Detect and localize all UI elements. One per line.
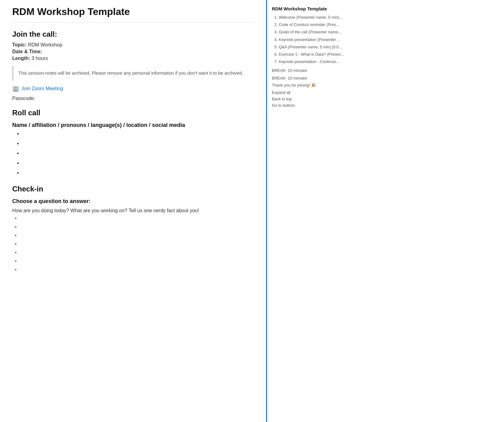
toc-item-6[interactable]: 6. Exercise 1 - What is Data? (Presen...: [274, 51, 347, 57]
toc-item-7[interactable]: 7. Keynote presentation - Continue...: [274, 59, 347, 65]
join-heading: Join the call:: [12, 30, 254, 39]
toc-text: Keynote presentation - Continue...: [279, 59, 339, 64]
go-to-bottom-link[interactable]: Go to bottom: [272, 103, 347, 108]
toc-text: Exercise 1 - What is Data? (Presen...: [279, 52, 344, 57]
checkin-item[interactable]: [15, 251, 254, 258]
passcode-label: Passcode:: [12, 96, 35, 101]
toc-break-1: BREAK- 10 minutes: [272, 68, 347, 73]
join-info: Topic: RDM Workshop Date & Time: Length:…: [12, 42, 254, 61]
length-line: Length: 3 hours: [12, 56, 254, 61]
toc-text: Keynote presentation (Presenter ...: [279, 37, 340, 42]
checkin-heading: Check-in: [12, 185, 254, 193]
toc-item-2[interactable]: 2. Code of Conduct reminder (Pres...: [274, 22, 347, 28]
toc-item-4[interactable]: 4. Keynote presentation (Presenter ...: [274, 37, 347, 43]
topic-value: RDM Workshop: [28, 42, 62, 47]
zoom-icon: 🏢: [12, 85, 19, 92]
toc-item-1[interactable]: 1. Welcome (Presenter name, 5 min)...: [274, 14, 347, 20]
checkin-item[interactable]: [15, 260, 254, 266]
list-item[interactable]: [22, 150, 254, 158]
length-label: Length:: [12, 56, 30, 61]
archive-text: This session-notes will be archived. Ple…: [18, 70, 243, 76]
checkin-list: [15, 217, 254, 275]
length-value: 3 hours: [31, 56, 48, 61]
checkin-question: How are you doing today? What are you wo…: [12, 207, 254, 214]
archive-notice: This session-notes will be archived. Ple…: [12, 66, 254, 80]
date-label: Date & Time:: [12, 49, 42, 54]
topic-label: Topic:: [12, 42, 27, 47]
toc-num: 2.: [274, 22, 279, 27]
toc-title: RDM Workshop Template: [272, 6, 347, 11]
toc-text: Goals of the call (Presenter name...: [279, 30, 341, 34]
checkin-item[interactable]: [15, 268, 254, 275]
toc-num: 3.: [274, 30, 279, 34]
roll-call-heading: Roll call: [12, 109, 254, 117]
toc-text: Q&A (Presenter name, 5 min) [0:0...: [279, 45, 342, 49]
roll-call-list: [22, 131, 254, 177]
toc-text: Welcome (Presenter name, 5 min)...: [279, 15, 343, 20]
sidebar-toc: RDM Workshop Template 1. Welcome (Presen…: [266, 0, 352, 422]
list-item[interactable]: [22, 160, 254, 168]
toc-breaks: BREAK- 10 minutes BREAK- 10 minutes: [272, 68, 347, 81]
toc-items-list: 1. Welcome (Presenter name, 5 min)... 2.…: [272, 14, 347, 65]
zoom-link-text[interactable]: Join Zoom Meeting: [21, 86, 63, 91]
toc-num: 7.: [274, 59, 279, 64]
passcode-line: Passcode:: [12, 96, 254, 101]
roll-call-subheading: Name / affiliation / pronouns / language…: [12, 122, 254, 128]
toc-num: 4.: [274, 37, 279, 42]
toc-num: 5.: [274, 45, 279, 49]
toc-break-2: BREAK- 10 minutes: [272, 76, 347, 81]
main-content: RDM Workshop Template Join the call: Top…: [0, 0, 266, 422]
checkin-item[interactable]: [15, 217, 254, 224]
toc-num: 6.: [274, 52, 279, 57]
toc-text: Code of Conduct reminder (Pres...: [279, 22, 339, 27]
toc-num: 1.: [274, 15, 279, 20]
checkin-item[interactable]: [15, 225, 254, 232]
list-item[interactable]: [22, 131, 254, 138]
topic-line: Topic: RDM Workshop: [12, 42, 254, 48]
date-line: Date & Time:: [12, 49, 254, 54]
toc-item-3[interactable]: 3. Goals of the call (Presenter name...: [274, 29, 347, 35]
checkin-item[interactable]: [15, 234, 254, 241]
list-item[interactable]: [22, 141, 254, 148]
checkin-item[interactable]: [15, 242, 254, 249]
back-to-top-link[interactable]: Back to top: [272, 96, 347, 102]
toc-thank-you: Thank you for joining! 🎉: [272, 83, 347, 87]
list-item[interactable]: [22, 170, 254, 177]
checkin-subheading: Choose a question to answer:: [12, 198, 254, 205]
toc-actions: Expand all Back to top Go to bottom: [272, 90, 347, 108]
page-title: RDM Workshop Template: [12, 6, 254, 23]
expand-all-link[interactable]: Expand all: [272, 90, 347, 95]
zoom-meeting-link[interactable]: 🏢 Join Zoom Meeting: [12, 85, 254, 92]
toc-item-5[interactable]: 5. Q&A (Presenter name, 5 min) [0:0...: [274, 44, 347, 50]
